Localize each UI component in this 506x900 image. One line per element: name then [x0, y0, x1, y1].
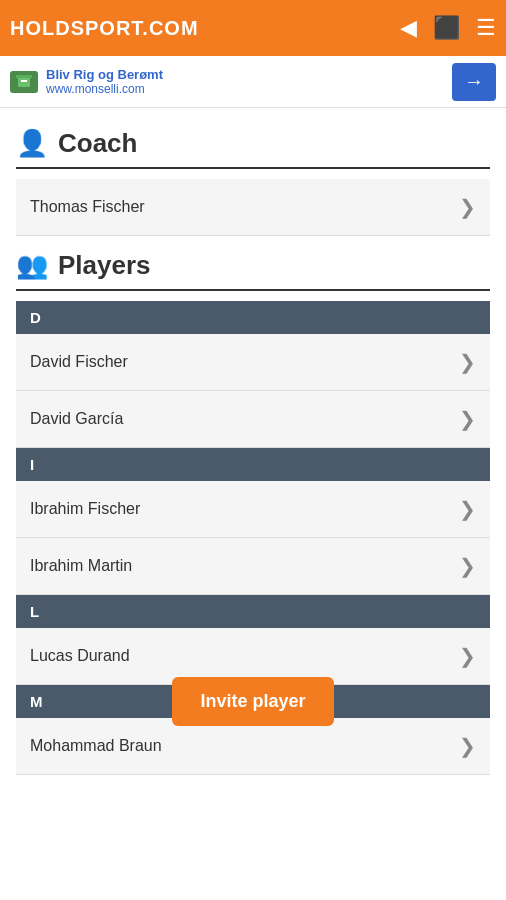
app-logo: HOLDSPORT.COM	[10, 17, 199, 40]
ad-text-block: Bliv Rig og Berømt www.monselli.com	[46, 67, 163, 96]
coach-title: Coach	[58, 128, 137, 159]
ad-banner: Bliv Rig og Berømt www.monselli.com →	[0, 56, 506, 108]
ad-arrow-icon: →	[464, 70, 484, 93]
link-icon[interactable]: ⬛	[433, 15, 460, 41]
player-name: Ibrahim Fischer	[30, 500, 140, 518]
app-header: HOLDSPORT.COM ◀ ⬛ ☰	[0, 0, 506, 56]
main-content: 👤 Coach Thomas Fischer ❯ 👥 Players D Dav…	[0, 108, 506, 795]
player-item-ibrahim-fischer[interactable]: Ibrahim Fischer ❯	[16, 481, 490, 538]
ad-icon	[10, 71, 38, 93]
player-name: David García	[30, 410, 123, 428]
invite-player-button[interactable]: Invite player	[172, 677, 333, 726]
coach-divider	[16, 167, 490, 169]
players-title: Players	[58, 250, 151, 281]
players-section-header: 👥 Players	[16, 250, 490, 281]
back-icon[interactable]: ◀	[400, 15, 417, 41]
player-chevron-icon: ❯	[459, 350, 476, 374]
menu-icon[interactable]: ☰	[476, 15, 496, 41]
coach-name: Thomas Fischer	[30, 198, 145, 216]
ad-arrow-button[interactable]: →	[452, 63, 496, 101]
player-chevron-icon: ❯	[459, 554, 476, 578]
player-name: Mohammad Braun	[30, 737, 162, 755]
ad-title: Bliv Rig og Berømt	[46, 67, 163, 82]
group-header-i: I	[16, 448, 490, 481]
player-name: David Fischer	[30, 353, 128, 371]
coach-section-header: 👤 Coach	[16, 128, 490, 159]
player-item-mohammad-braun[interactable]: Mohammad Braun ❯	[16, 718, 490, 775]
player-item-david-garcia[interactable]: David García ❯	[16, 391, 490, 448]
coach-chevron-icon: ❯	[459, 195, 476, 219]
player-chevron-icon: ❯	[459, 407, 476, 431]
coach-item[interactable]: Thomas Fischer ❯	[16, 179, 490, 236]
player-name: Lucas Durand	[30, 647, 130, 665]
player-chevron-icon: ❯	[459, 644, 476, 668]
player-name: Ibrahim Martin	[30, 557, 132, 575]
player-chevron-icon: ❯	[459, 734, 476, 758]
players-divider	[16, 289, 490, 291]
ad-url: www.monselli.com	[46, 82, 163, 96]
player-item-ibrahim-martin[interactable]: Ibrahim Martin ❯	[16, 538, 490, 595]
player-item-david-fischer[interactable]: David Fischer ❯	[16, 334, 490, 391]
players-icon: 👥	[16, 250, 48, 281]
group-header-d: D	[16, 301, 490, 334]
group-header-l: L	[16, 595, 490, 628]
players-section: 👥 Players D David Fischer ❯ David García…	[16, 250, 490, 775]
player-chevron-icon: ❯	[459, 497, 476, 521]
group-m-container: M Invite player	[16, 685, 490, 718]
coach-icon: 👤	[16, 128, 48, 159]
